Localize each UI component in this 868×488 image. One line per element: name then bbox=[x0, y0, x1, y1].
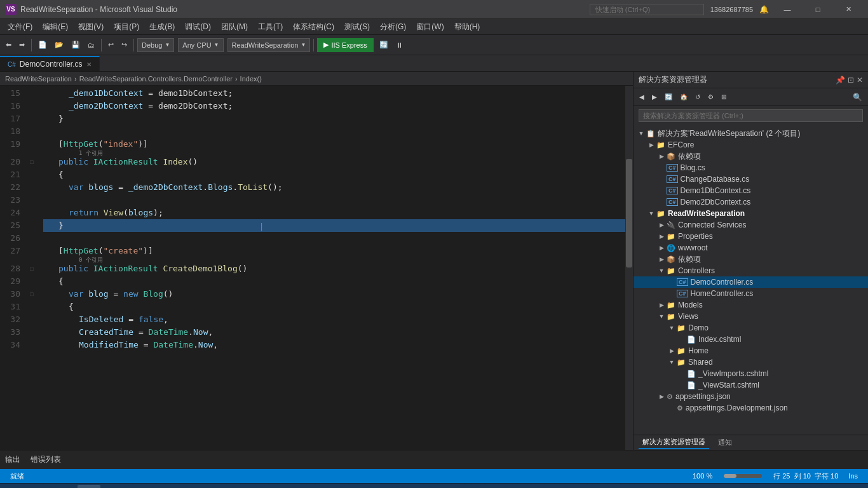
tree-demo1dbcontext-cs[interactable]: C# Demo1DbContext.cs bbox=[634, 185, 868, 196]
menu-view[interactable]: 视图(V) bbox=[73, 19, 109, 35]
menu-build[interactable]: 生成(B) bbox=[144, 19, 180, 35]
cs-icon-6: C# bbox=[677, 290, 688, 297]
se-tab-solution[interactable]: 解决方案资源管理器 bbox=[639, 436, 709, 449]
collapse-28[interactable]: □ bbox=[25, 262, 38, 275]
tree-viewstart-cshtml[interactable]: 📄 _ViewStart.cshtml bbox=[634, 379, 868, 391]
menu-window[interactable]: 窗口(W) bbox=[411, 19, 449, 35]
tree-connected-services[interactable]: ▶ 🔌 Connected Services bbox=[634, 219, 868, 231]
save-all-button[interactable]: 🗂 bbox=[85, 37, 98, 53]
hscroll-bar[interactable] bbox=[717, 474, 768, 478]
forward-button[interactable]: ➡ bbox=[16, 37, 28, 53]
save-button[interactable]: 💾 bbox=[68, 37, 83, 53]
errorlist-tab[interactable]: 错误列表 bbox=[31, 454, 61, 465]
output-tab[interactable]: 输出 bbox=[5, 454, 20, 465]
taskbar-app8[interactable]: 📁 bbox=[247, 485, 269, 489]
menu-test[interactable]: 测试(S) bbox=[339, 19, 375, 35]
tab-democontroller[interactable]: C# DemoController.cs ✕ bbox=[0, 56, 100, 71]
tree-index-cshtml[interactable]: 📄 Index.cshtml bbox=[634, 334, 868, 345]
taskbar-app4[interactable]: 👥 bbox=[150, 485, 173, 489]
tree-efcore[interactable]: ▶ 📁 EFCore bbox=[634, 139, 868, 151]
taskbar-app7[interactable]: 💬 bbox=[222, 485, 245, 489]
tree-blog-cs[interactable]: C# Blog.cs bbox=[634, 162, 868, 173]
start-button[interactable]: ⊞ bbox=[3, 484, 28, 489]
tree-controllers[interactable]: ▼ 📁 Controllers bbox=[634, 265, 868, 276]
menu-help[interactable]: 帮助(H) bbox=[449, 19, 485, 35]
taskbar-app5[interactable]: 🌐 bbox=[174, 485, 197, 489]
redo-button[interactable]: ↪ bbox=[118, 37, 130, 53]
taskbar-app6[interactable]: 🐉 bbox=[198, 485, 221, 489]
minimize-button[interactable]: — bbox=[773, 0, 802, 19]
menu-debug[interactable]: 调试(D) bbox=[180, 19, 216, 35]
refresh-button[interactable]: 🔄 bbox=[376, 37, 391, 53]
taskbar-taskview[interactable]: ⧉ bbox=[53, 485, 76, 489]
quick-launch-input[interactable] bbox=[590, 4, 704, 15]
se-home-button[interactable]: 🏠 bbox=[677, 90, 691, 105]
se-search-icon[interactable]: 🔍 bbox=[850, 90, 865, 105]
zoom-level[interactable]: 100 % bbox=[688, 469, 717, 483]
tree-appsettings-json[interactable]: ▶ ⚙ appsettings.json bbox=[634, 391, 868, 402]
se-close-icon[interactable]: ✕ bbox=[857, 76, 863, 85]
ins-mode[interactable]: Ins bbox=[843, 469, 863, 483]
tree-shared-folder[interactable]: ▼ 📁 Shared bbox=[634, 356, 868, 368]
taskbar-app2[interactable]: 🦊 bbox=[102, 485, 125, 489]
menu-project[interactable]: 项目(P) bbox=[109, 19, 144, 35]
se-expand-button[interactable]: ⊞ bbox=[718, 90, 729, 105]
row-col-info[interactable]: 行 25 列 10 字符 10 bbox=[768, 469, 843, 483]
tree-changedatabase-cs[interactable]: C# ChangeDatabase.cs bbox=[634, 173, 868, 185]
tree-rw-deps[interactable]: ▶ 📦 依赖项 bbox=[634, 254, 868, 265]
menu-architecture[interactable]: 体系结构(C) bbox=[288, 19, 339, 35]
collapse-30[interactable]: □ bbox=[25, 288, 38, 301]
vertical-scrollbar[interactable] bbox=[625, 86, 633, 450]
tree-views[interactable]: ▼ 📁 Views bbox=[634, 311, 868, 322]
tree-viewimports-cshtml[interactable]: 📄 _ViewImports.cshtml bbox=[634, 368, 868, 379]
menu-edit[interactable]: 编辑(E) bbox=[37, 19, 73, 35]
controllers-folder-icon: 📁 bbox=[667, 267, 675, 275]
tree-solution[interactable]: ▼ 📋 解决方案'ReadWriteSeparation' (2 个项目) bbox=[634, 128, 868, 139]
se-sync-button[interactable]: 🔄 bbox=[661, 90, 675, 105]
scrollbar-thumb[interactable] bbox=[626, 159, 632, 268]
back-button[interactable]: ⬅ bbox=[3, 37, 15, 53]
taskbar-cortana[interactable]: 🔍 bbox=[29, 485, 52, 489]
tree-models[interactable]: ▶ 📁 Models bbox=[634, 299, 868, 311]
tree-democontroller-cs[interactable]: C# DemoController.cs bbox=[634, 276, 868, 288]
open-button[interactable]: 📂 bbox=[51, 37, 67, 53]
maximize-button[interactable]: □ bbox=[803, 0, 832, 19]
se-refresh-button[interactable]: ↺ bbox=[692, 90, 703, 105]
se-dock-icon[interactable]: ⊡ bbox=[848, 76, 854, 85]
se-tab-notifications[interactable]: 通知 bbox=[714, 437, 736, 449]
run-button[interactable]: ▶ IIS Express bbox=[317, 38, 373, 52]
code-content-area[interactable]: 15 16 17 18 19 20 21 22 23 24 25 26 27 2… bbox=[0, 86, 633, 450]
taskbar-vs[interactable]: ⬡ bbox=[78, 485, 100, 489]
tree-wwwroot[interactable]: ▶ 🌐 wwwroot bbox=[634, 242, 868, 254]
tab-close-button[interactable]: ✕ bbox=[86, 61, 92, 68]
se-search-input[interactable] bbox=[639, 109, 863, 122]
tree-readwrite[interactable]: ▼ 📁 ReadWriteSeparation bbox=[634, 208, 868, 219]
tree-demo-folder[interactable]: ▼ 📁 Demo bbox=[634, 322, 868, 334]
close-button[interactable]: ✕ bbox=[834, 0, 863, 19]
tree-properties[interactable]: ▶ 📁 Properties bbox=[634, 231, 868, 242]
pause-button[interactable]: ⏸ bbox=[393, 37, 406, 53]
menu-tools[interactable]: 工具(T) bbox=[253, 19, 288, 35]
tree-efcore-deps[interactable]: ▶ 📦 依赖项 bbox=[634, 151, 868, 162]
tree-home-folder[interactable]: ▶ 📁 Home bbox=[634, 345, 868, 356]
se-settings-button[interactable]: ⚙ bbox=[705, 90, 717, 105]
tree-demo2dbcontext-cs[interactable]: C# Demo2DbContext.cs bbox=[634, 196, 868, 208]
status-ready[interactable]: 就绪 bbox=[5, 469, 29, 483]
tree-homecontroller-cs[interactable]: C# HomeController.cs bbox=[634, 288, 868, 299]
project-dropdown[interactable]: ReadWriteSeparation ▼ bbox=[227, 38, 311, 52]
menu-file[interactable]: 文件(F) bbox=[3, 19, 37, 35]
menu-analyze[interactable]: 分析(G) bbox=[375, 19, 411, 35]
se-forward-button[interactable]: ▶ bbox=[649, 90, 660, 105]
undo-button[interactable]: ↩ bbox=[105, 37, 117, 53]
se-back-button[interactable]: ◀ bbox=[636, 90, 648, 105]
taskbar-app3[interactable]: 🎯 bbox=[126, 485, 149, 489]
new-project-button[interactable]: 📄 bbox=[35, 37, 50, 53]
tree-appsettings-dev-json[interactable]: ⚙ appsettings.Development.json bbox=[634, 402, 868, 414]
collapse-20[interactable]: □ bbox=[25, 156, 38, 168]
menu-team[interactable]: 团队(M) bbox=[216, 19, 253, 35]
tree-expand-icon: ▼ bbox=[636, 130, 646, 137]
platform-dropdown[interactable]: Any CPU ▼ bbox=[178, 38, 223, 52]
se-pin-icon[interactable]: 📌 bbox=[836, 76, 845, 85]
debug-config-dropdown[interactable]: Debug ▼ bbox=[137, 38, 174, 52]
code-lines[interactable]: _demo1DbContext = demo1DbContext; _demo2… bbox=[38, 86, 633, 450]
